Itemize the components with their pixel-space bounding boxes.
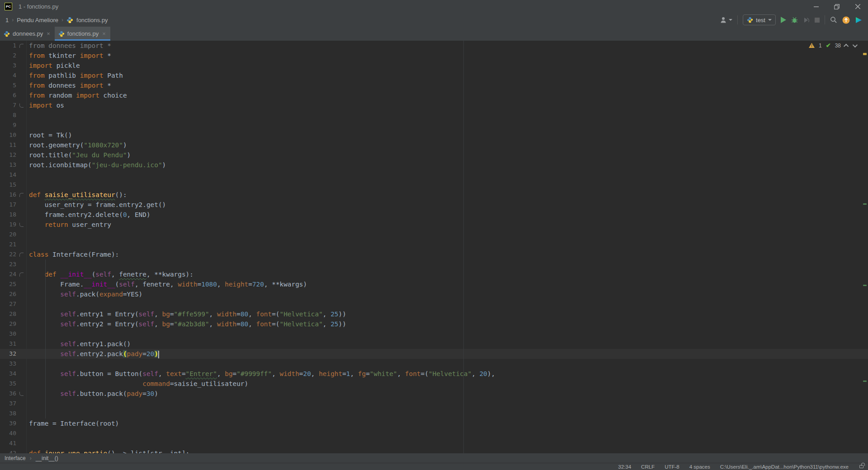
line-number[interactable]: 30 xyxy=(0,329,16,339)
line-number[interactable]: 23 xyxy=(0,259,16,269)
code-line[interactable]: 41 xyxy=(0,438,868,448)
line-number[interactable]: 39 xyxy=(0,418,16,428)
line-number[interactable]: 24 xyxy=(0,269,16,279)
breadcrumb-project[interactable]: 1 xyxy=(5,17,9,24)
line-number[interactable]: 42 xyxy=(0,448,16,453)
code-line[interactable]: 33 xyxy=(0,359,868,369)
editor-tab-donnees.py[interactable]: donnees.py× xyxy=(0,27,55,41)
code-line[interactable]: 38 xyxy=(0,409,868,418)
run-configuration-select[interactable]: test xyxy=(743,14,776,25)
line-number[interactable]: 13 xyxy=(0,160,16,170)
line-number[interactable]: 15 xyxy=(0,180,16,190)
code-line[interactable]: 32 self.entry2.pack(pady=20) xyxy=(0,349,868,359)
gutter-fold-column[interactable] xyxy=(16,170,26,180)
code-line[interactable]: 31 self.entry1.pack() xyxy=(0,339,868,349)
code-line[interactable]: 18 frame.entry2.delete(0, END) xyxy=(0,210,868,220)
line-number[interactable]: 7 xyxy=(0,100,16,110)
readonly-lock-icon[interactable] xyxy=(859,465,863,468)
code-line[interactable]: 30 xyxy=(0,329,868,339)
code-line[interactable]: 21 xyxy=(0,240,868,249)
fold-marker-icon[interactable] xyxy=(19,253,24,257)
code-editor[interactable]: 1from donnees import *2from tkinter impo… xyxy=(0,41,868,453)
gutter-fold-column[interactable] xyxy=(16,150,26,160)
line-number[interactable]: 18 xyxy=(0,210,16,220)
line-number[interactable]: 2 xyxy=(0,51,16,61)
gutter-fold-column[interactable] xyxy=(16,100,26,110)
code-line[interactable]: 16def saisie_utilisateur(): xyxy=(0,190,868,200)
line-number[interactable]: 28 xyxy=(0,309,16,319)
line-number[interactable]: 14 xyxy=(0,170,16,180)
inspections-widget[interactable]: 1 ✔ 38 xyxy=(809,42,856,49)
gutter-fold-column[interactable] xyxy=(16,359,26,369)
breadcrumb-folder[interactable]: Pendu Ameliore xyxy=(17,17,58,24)
code-line[interactable]: 42def jouer_une_partie() -> list[str, in… xyxy=(0,448,868,453)
whats-new-icon[interactable] xyxy=(855,15,863,25)
stripe-mark[interactable] xyxy=(863,53,867,55)
restore-button[interactable] xyxy=(826,0,847,13)
line-number[interactable]: 20 xyxy=(0,230,16,240)
gutter-fold-column[interactable] xyxy=(16,61,26,70)
gutter-fold-column[interactable] xyxy=(16,409,26,418)
line-number[interactable]: 16 xyxy=(0,190,16,200)
code-line[interactable]: 40 xyxy=(0,428,868,438)
fold-marker-icon[interactable] xyxy=(19,223,24,227)
breadcrumb-file[interactable]: fonctions.py xyxy=(76,17,108,24)
line-number[interactable]: 1 xyxy=(0,41,16,51)
gutter-fold-column[interactable] xyxy=(16,130,26,140)
line-number[interactable]: 32 xyxy=(0,349,16,359)
code-line[interactable]: 26 self.pack(expand=YES) xyxy=(0,289,868,299)
line-number[interactable]: 36 xyxy=(0,389,16,399)
line-number[interactable]: 3 xyxy=(0,61,16,70)
line-number[interactable]: 5 xyxy=(0,80,16,90)
gutter-fold-column[interactable] xyxy=(16,309,26,319)
line-number[interactable]: 38 xyxy=(0,409,16,418)
gutter-fold-column[interactable] xyxy=(16,289,26,299)
line-number[interactable]: 22 xyxy=(0,249,16,259)
code-line[interactable]: 25 Frame.__init__(self, fenetre, width=1… xyxy=(0,279,868,289)
run-button[interactable] xyxy=(781,15,786,25)
code-line[interactable]: 20 xyxy=(0,230,868,240)
gutter-fold-column[interactable] xyxy=(16,259,26,269)
caret-position[interactable]: 32:34 xyxy=(618,464,631,470)
gutter-fold-column[interactable] xyxy=(16,51,26,61)
code-line[interactable]: 17 user_entry = frame.entry2.get() xyxy=(0,200,868,210)
code-line[interactable]: 34 self.button = Button(self, text="Entr… xyxy=(0,369,868,379)
gutter-fold-column[interactable] xyxy=(16,379,26,389)
gutter-fold-column[interactable] xyxy=(16,438,26,448)
gutter-fold-column[interactable] xyxy=(16,319,26,329)
code-line[interactable]: 2from tkinter import * xyxy=(0,51,868,61)
gutter-fold-column[interactable] xyxy=(16,140,26,150)
minimize-button[interactable] xyxy=(806,0,826,13)
line-number[interactable]: 35 xyxy=(0,379,16,389)
code-line[interactable]: 27 xyxy=(0,299,868,309)
gutter-fold-column[interactable] xyxy=(16,339,26,349)
gutter-fold-column[interactable] xyxy=(16,180,26,190)
line-number[interactable]: 33 xyxy=(0,359,16,369)
gutter-fold-column[interactable] xyxy=(16,349,26,359)
line-number[interactable]: 8 xyxy=(0,110,16,120)
gutter-fold-column[interactable] xyxy=(16,80,26,90)
gutter-fold-column[interactable] xyxy=(16,329,26,339)
code-with-me-icon[interactable] xyxy=(720,15,732,25)
code-line[interactable]: 4from pathlib import Path xyxy=(0,70,868,80)
ide-update-icon[interactable] xyxy=(842,15,850,25)
stripe-mark[interactable] xyxy=(863,203,867,205)
code-line[interactable]: 19 return user_entry xyxy=(0,220,868,230)
fold-marker-icon[interactable] xyxy=(19,44,24,48)
fold-marker-icon[interactable] xyxy=(19,193,24,197)
gutter-fold-column[interactable] xyxy=(16,279,26,289)
interpreter-path[interactable]: C:\Users\Eli._.am\AppDat...hon\Python311… xyxy=(720,464,849,470)
code-line[interactable]: 5from donnees import * xyxy=(0,80,868,90)
run-with-coverage-icon[interactable] xyxy=(803,15,810,25)
gutter-fold-column[interactable] xyxy=(16,269,26,279)
gutter-fold-column[interactable] xyxy=(16,220,26,230)
editor-tab-fonctions.py[interactable]: fonctions.py× xyxy=(55,27,110,41)
gutter-fold-column[interactable] xyxy=(16,210,26,220)
code-line[interactable]: 24 def __init__(self, fenetre, **kwargs)… xyxy=(0,269,868,279)
line-number[interactable]: 12 xyxy=(0,150,16,160)
close-tab-icon[interactable]: × xyxy=(102,30,106,37)
line-number[interactable]: 25 xyxy=(0,279,16,289)
previous-issue-icon[interactable] xyxy=(844,43,849,48)
gutter-fold-column[interactable] xyxy=(16,369,26,379)
gutter-fold-column[interactable] xyxy=(16,399,26,409)
